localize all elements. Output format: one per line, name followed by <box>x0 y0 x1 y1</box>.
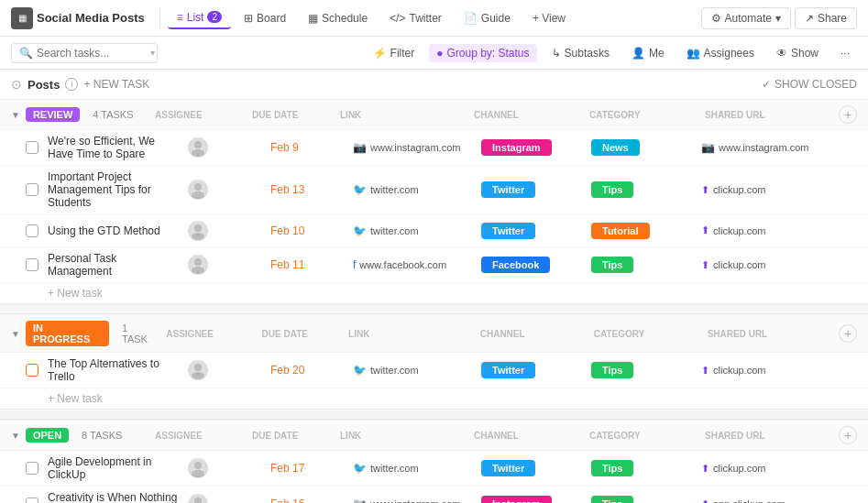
link-cell[interactable]: 📷 www.instagram.com <box>353 141 481 154</box>
tab-list[interactable]: ≡ List 2 <box>168 7 231 29</box>
shared-url-cell[interactable]: ⬆ clickup.com <box>701 224 830 236</box>
channel-badge[interactable]: Twitter <box>481 223 535 239</box>
me-button[interactable]: 👤 Me <box>624 44 672 62</box>
channel-badge[interactable]: Instagram <box>481 139 552 156</box>
facebook-icon: f <box>353 258 356 271</box>
info-icon[interactable]: i <box>65 78 78 91</box>
category-cell: Tips <box>591 183 701 196</box>
group-inprogress-badge[interactable]: IN PROGRESS <box>26 321 109 346</box>
category-badge[interactable]: News <box>591 139 640 156</box>
task-name[interactable]: Agile Development in ClickUp <box>48 455 179 481</box>
svg-point-9 <box>192 372 204 379</box>
link-cell[interactable]: f www.facebook.com <box>353 258 481 271</box>
add-column-button-2[interactable]: + <box>839 324 857 343</box>
task-checkbox[interactable] <box>26 224 38 237</box>
section-divider-2 <box>0 409 868 420</box>
task-row: Creativity is When Nothing Else Matters … <box>0 487 868 503</box>
assignees-button[interactable]: 👥 Assignees <box>679 44 762 62</box>
group-open-badge[interactable]: OPEN <box>26 428 69 443</box>
task-checkbox[interactable] <box>26 498 38 503</box>
shared-url-cell[interactable]: ⬆ app.clickup.com <box>701 498 830 504</box>
channel-badge[interactable]: Twitter <box>481 362 535 378</box>
task-checkbox[interactable] <box>26 183 38 196</box>
category-badge[interactable]: Tips <box>591 362 633 378</box>
svg-point-12 <box>194 498 202 503</box>
link-cell[interactable]: 📷 www.instagram.com <box>353 498 481 503</box>
shared-url-cell[interactable]: ⬆ clickup.com <box>701 259 830 271</box>
add-view-button[interactable]: + View <box>523 8 575 28</box>
channel-badge[interactable]: Instagram <box>481 496 552 503</box>
link-cell[interactable]: 🐦 twitter.com <box>353 224 481 237</box>
search-box[interactable]: 🔍 ▾ <box>11 43 158 63</box>
review-add-task-button[interactable]: + New task <box>48 287 103 300</box>
posts-toggle[interactable]: ⊙ <box>11 77 22 92</box>
link-cell[interactable]: 🐦 twitter.com <box>353 364 481 377</box>
category-badge[interactable]: Tutorial <box>591 223 650 239</box>
add-column-button[interactable]: + <box>839 105 857 124</box>
svg-point-6 <box>194 258 202 266</box>
link-cell[interactable]: 🐦 twitter.com <box>353 183 481 196</box>
more-options-button[interactable]: ··· <box>833 44 857 62</box>
category-badge[interactable]: Tips <box>591 496 633 503</box>
twitter-icon: 🐦 <box>353 183 367 196</box>
automate-button[interactable]: ⚙ Automate ▾ <box>701 7 791 29</box>
channel-badge[interactable]: Twitter <box>481 460 535 476</box>
col-assignee-label: ASSIGNEE <box>155 110 247 120</box>
task-name[interactable]: Personal Task Management <box>48 252 179 278</box>
channel-badge[interactable]: Twitter <box>481 181 535 198</box>
group-open-toggle[interactable]: ▼ <box>11 431 20 441</box>
inprogress-add-task-button[interactable]: + New task <box>48 392 103 405</box>
svg-point-8 <box>194 364 202 371</box>
assignee-cell <box>179 494 270 503</box>
group-open: ▼ OPEN 8 TASKS ASSIGNEE DUE DATE LINK CH… <box>0 420 868 503</box>
group-inprogress-header: ▼ IN PROGRESS 1 TASK ASSIGNEE DUE DATE L… <box>0 314 868 353</box>
task-name[interactable]: Creativity is When Nothing Else Matters <box>48 491 179 503</box>
new-task-button[interactable]: + NEW TASK <box>83 78 149 91</box>
check-icon: ✓ <box>762 78 771 91</box>
show-closed-button[interactable]: ✓ SHOW CLOSED <box>762 78 857 91</box>
automate-icon: ⚙ <box>711 12 721 25</box>
group-open-header: ▼ OPEN 8 TASKS ASSIGNEE DUE DATE LINK CH… <box>0 420 868 451</box>
group-review-toggle[interactable]: ▼ <box>11 110 20 120</box>
show-button[interactable]: 👁 Show <box>769 44 826 62</box>
task-checkbox[interactable] <box>26 141 38 154</box>
link-cell[interactable]: 🐦 twitter.com <box>353 462 481 475</box>
task-name[interactable]: Important Project Management Tips for St… <box>48 170 179 209</box>
task-checkbox[interactable] <box>26 364 38 377</box>
task-name[interactable]: Using the GTD Method <box>48 224 179 237</box>
shared-url-cell[interactable]: ⬆ clickup.com <box>701 184 830 196</box>
tab-twitter[interactable]: </> Twitter <box>380 8 451 28</box>
col-shared-url-label: SHARED URL <box>705 110 833 120</box>
task-name[interactable]: The Top Alternatives to Trello <box>48 357 179 383</box>
shared-clickup-icon: ⬆ <box>701 463 709 475</box>
add-column-button-3[interactable]: + <box>839 426 857 444</box>
category-badge[interactable]: Tips <box>591 257 633 273</box>
tab-board[interactable]: ⊞ Board <box>235 8 295 28</box>
share-button[interactable]: ↗ Share <box>795 7 857 29</box>
group-open-count: 8 TASKS <box>82 430 122 441</box>
group-inprogress-toggle[interactable]: ▼ <box>11 329 20 339</box>
group-review-badge[interactable]: REVIEW <box>26 107 80 122</box>
assignee-avatar <box>188 255 208 275</box>
task-checkbox[interactable] <box>26 462 38 475</box>
shared-url-cell[interactable]: 📷 www.instagram.com <box>701 141 830 154</box>
group-by-button[interactable]: ● Group by: Status <box>429 44 536 62</box>
chevron-down-icon: ▾ <box>150 48 155 58</box>
search-input[interactable] <box>37 47 147 60</box>
channel-badge[interactable]: Facebook <box>481 257 550 273</box>
tab-schedule[interactable]: ▦ Schedule <box>299 8 377 28</box>
filter-button[interactable]: ⚡ Filter <box>366 44 423 62</box>
task-checkbox[interactable] <box>26 258 38 271</box>
subtasks-button[interactable]: ↳ Subtasks <box>544 44 617 62</box>
category-badge[interactable]: Tips <box>591 460 633 476</box>
assignee-cell <box>179 360 270 380</box>
task-row: Agile Development in ClickUp Feb 17 🐦 tw… <box>0 451 868 487</box>
task-name[interactable]: We're so Efficient, We Have Time to Spar… <box>48 135 179 160</box>
shared-url-cell[interactable]: ⬆ clickup.com <box>701 463 830 475</box>
tab-guide[interactable]: 📄 Guide <box>455 8 520 28</box>
twitter-icon: 🐦 <box>353 224 367 237</box>
group-review-header: ▼ REVIEW 4 TASKS ASSIGNEE DUE DATE LINK … <box>0 99 868 130</box>
category-badge[interactable]: Tips <box>591 181 633 198</box>
due-date: Feb 10 <box>270 224 353 237</box>
shared-url-cell[interactable]: ⬆ clickup.com <box>701 365 830 377</box>
